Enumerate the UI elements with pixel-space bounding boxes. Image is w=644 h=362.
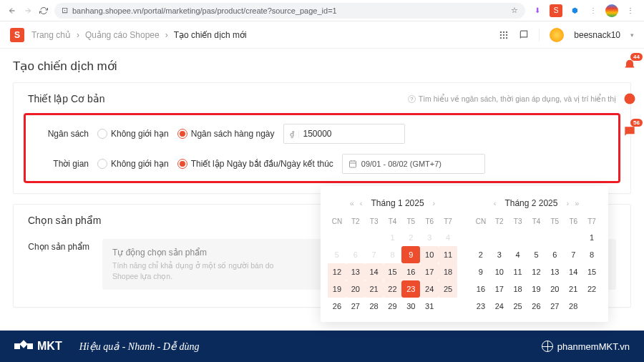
calendar-day[interactable]: 14 xyxy=(365,263,384,280)
next-month-inner-button[interactable]: › xyxy=(431,199,437,207)
calendar-day[interactable]: 10 xyxy=(490,263,509,280)
calendar-day[interactable]: 2 xyxy=(401,229,420,246)
next-month-button[interactable]: › xyxy=(565,199,570,207)
profile-icon[interactable] xyxy=(605,4,618,17)
calendar-day[interactable]: 4 xyxy=(439,229,457,246)
calendar-day[interactable]: 24 xyxy=(420,280,439,298)
calendar-day[interactable]: 27 xyxy=(346,298,365,315)
calendar-day[interactable]: 19 xyxy=(527,280,546,298)
url-bar[interactable]: ⊡ banhang.shopee.vn/portal/marketing/pas… xyxy=(54,3,525,19)
calendar-day[interactable]: 25 xyxy=(509,298,527,315)
chat-button[interactable]: 56 xyxy=(621,123,638,140)
ext-icon-2[interactable]: S xyxy=(550,4,562,17)
calendar-day[interactable]: 4 xyxy=(509,246,527,263)
ext-icon-1[interactable]: ⬇ xyxy=(531,4,544,17)
menu-icon[interactable]: ⋮ xyxy=(624,4,637,17)
ext-icon-4[interactable]: ⋮ xyxy=(587,4,600,17)
calendar-day[interactable]: 12 xyxy=(527,263,546,280)
calendar-day[interactable]: 22 xyxy=(384,280,402,298)
calendar-dow: CN xyxy=(472,213,490,229)
calendar-day[interactable]: 9 xyxy=(472,263,490,280)
calendar-day[interactable]: 18 xyxy=(509,280,527,298)
calendar-day[interactable]: 25 xyxy=(439,280,457,298)
calendar-day[interactable]: 16 xyxy=(401,263,420,280)
calendar-day[interactable]: 10 xyxy=(420,246,439,263)
footer-link[interactable]: phanmemMKT.vn xyxy=(542,341,630,352)
time-unlimited-radio[interactable]: Không giới hạn xyxy=(97,159,169,169)
calendar-day[interactable]: 1 xyxy=(582,229,601,246)
notification-bell[interactable]: 44 xyxy=(621,57,638,74)
calendar-day[interactable]: 13 xyxy=(346,263,365,280)
calendar-day[interactable]: 26 xyxy=(328,298,346,315)
calendar-day[interactable]: 16 xyxy=(472,280,490,298)
calendar-day[interactable]: 7 xyxy=(365,246,384,263)
budget-unlimited-radio[interactable]: Không giới hạn xyxy=(97,129,169,139)
calendar-day[interactable]: 27 xyxy=(545,298,564,315)
info-icon: ? xyxy=(408,95,416,103)
calendar-day[interactable]: 20 xyxy=(346,280,365,298)
calendar-day[interactable]: 5 xyxy=(328,246,346,263)
calendar-dow: T3 xyxy=(509,213,527,229)
prev-month-button[interactable]: ‹ xyxy=(358,199,364,207)
forward-button[interactable] xyxy=(23,6,33,16)
calendar-day[interactable]: 23 xyxy=(472,298,490,315)
calendar-day[interactable]: 20 xyxy=(545,280,564,298)
date-range-input[interactable]: 09/01 - 08/02 (GMT+7) xyxy=(342,154,485,174)
calendar-day[interactable]: 21 xyxy=(365,280,384,298)
avatar[interactable] xyxy=(550,28,564,42)
calendar-day[interactable]: 28 xyxy=(365,298,384,315)
product-label: Chọn sản phẩm xyxy=(28,239,89,252)
calendar-day[interactable]: 15 xyxy=(582,263,601,280)
calendar-day[interactable]: 17 xyxy=(490,280,509,298)
headset-button[interactable] xyxy=(621,90,638,107)
breadcrumb-home[interactable]: Trang chủ xyxy=(31,30,71,40)
chevron-down-icon[interactable]: ▾ xyxy=(630,31,634,39)
calendar-day[interactable]: 12 xyxy=(328,263,346,280)
budget-daily-radio[interactable]: Ngân sách hàng ngày xyxy=(177,129,275,139)
calendar-day[interactable]: 1 xyxy=(384,229,402,246)
calendar-day[interactable]: 30 xyxy=(401,298,420,315)
calendar-day[interactable]: 13 xyxy=(545,263,564,280)
calendar-day[interactable]: 2 xyxy=(472,246,490,263)
svg-point-6 xyxy=(500,36,502,38)
username[interactable]: beesnack10 xyxy=(574,30,620,40)
calendar-day[interactable]: 28 xyxy=(564,298,582,315)
prev-month-inner-button[interactable]: ‹ xyxy=(492,199,498,207)
calendar-day[interactable]: 11 xyxy=(509,263,527,280)
calendar-day[interactable]: 11 xyxy=(439,246,457,263)
ext-icon-3[interactable]: ⬢ xyxy=(568,4,581,17)
calendar-day[interactable]: 7 xyxy=(564,246,582,263)
calendar-day[interactable]: 21 xyxy=(564,280,582,298)
calendar-day[interactable]: 5 xyxy=(527,246,546,263)
calendar-day[interactable]: 6 xyxy=(346,246,365,263)
book-icon[interactable] xyxy=(519,30,529,40)
calendar-day[interactable]: 22 xyxy=(582,280,601,298)
calendar-day[interactable]: 3 xyxy=(420,229,439,246)
next-year-button[interactable]: » xyxy=(573,199,580,207)
calendar-day[interactable]: 23 xyxy=(401,280,420,298)
star-icon[interactable]: ☆ xyxy=(511,6,518,15)
calendar-day[interactable]: 17 xyxy=(420,263,439,280)
calendar-day[interactable]: 24 xyxy=(490,298,509,315)
shopee-logo[interactable]: S xyxy=(10,28,24,42)
calendar-day[interactable]: 31 xyxy=(420,298,439,315)
reload-button[interactable] xyxy=(39,6,49,16)
breadcrumb-ads[interactable]: Quảng cáo Shopee xyxy=(85,30,160,40)
calendar-day[interactable]: 29 xyxy=(384,298,402,315)
calendar-day[interactable]: 8 xyxy=(582,246,601,263)
time-range-radio[interactable]: Thiết lập Ngày bắt đầu/Ngày kết thúc xyxy=(177,159,333,169)
apps-icon[interactable] xyxy=(499,30,509,40)
back-button[interactable] xyxy=(7,6,17,16)
calendar-day[interactable]: 26 xyxy=(527,298,546,315)
calendar-day[interactable]: 14 xyxy=(564,263,582,280)
calendar-day[interactable]: 19 xyxy=(328,280,346,298)
calendar-day[interactable]: 9 xyxy=(401,246,420,263)
basic-settings-hint[interactable]: ? Tìm hiểu về ngân sách, thời gian áp dụ… xyxy=(408,94,616,103)
calendar-day[interactable]: 3 xyxy=(490,246,509,263)
calendar-day[interactable]: 15 xyxy=(384,263,402,280)
calendar-day[interactable]: 8 xyxy=(384,246,402,263)
prev-year-button[interactable]: « xyxy=(348,199,356,207)
calendar-day[interactable]: 6 xyxy=(545,246,564,263)
calendar-day[interactable]: 18 xyxy=(439,263,457,280)
budget-input[interactable]: ₫ 150000 xyxy=(283,124,405,144)
